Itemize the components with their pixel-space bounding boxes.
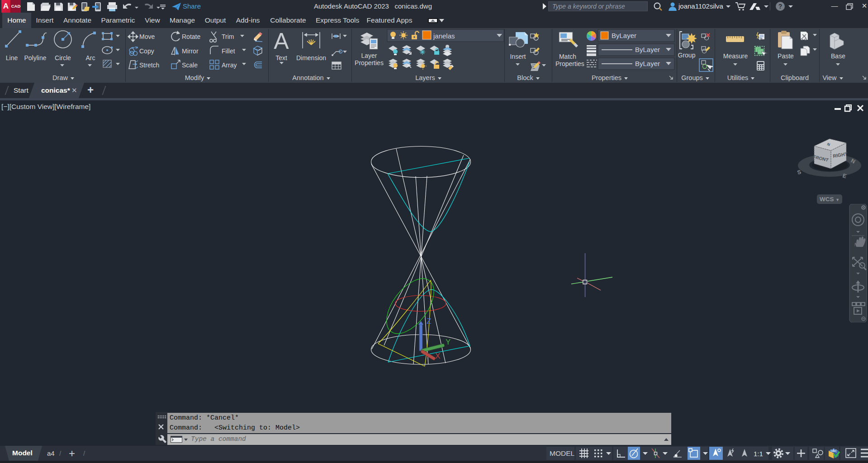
svg-text:A: A bbox=[274, 28, 289, 54]
svg-text:X: X bbox=[435, 352, 440, 360]
svg-text:ByLayer: ByLayer bbox=[635, 46, 660, 53]
svg-text:Z: Z bbox=[427, 317, 431, 326]
svg-text:1:1: 1:1 bbox=[754, 450, 763, 458]
svg-text:ByLayer: ByLayer bbox=[612, 32, 636, 39]
svg-text:ByLayer: ByLayer bbox=[635, 60, 660, 67]
svg-text:janelas: janelas bbox=[433, 32, 455, 40]
svg-text:?: ? bbox=[778, 3, 783, 10]
svg-text:Y: Y bbox=[446, 338, 451, 346]
